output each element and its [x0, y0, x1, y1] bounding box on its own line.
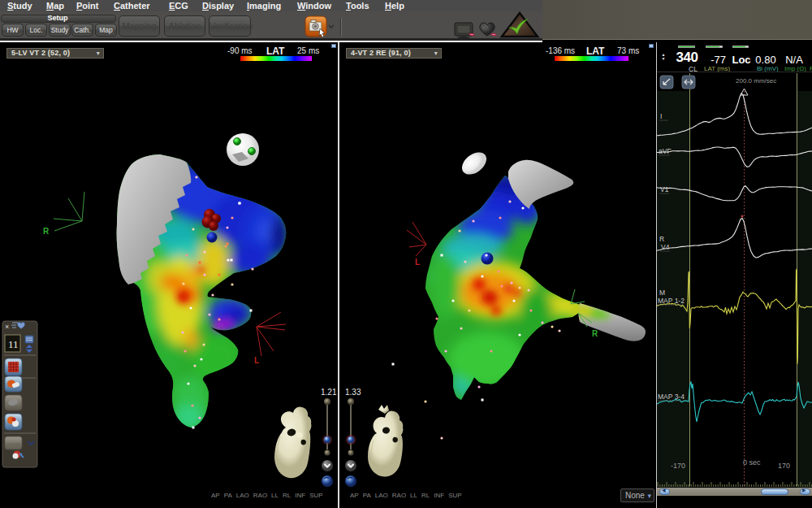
svg-text:R: R [592, 329, 598, 338]
svg-text:-170: -170 [671, 462, 685, 470]
svg-text:L: L [415, 258, 420, 267]
svg-text:V1: V1 [660, 185, 669, 193]
svg-text:11: 11 [8, 338, 19, 350]
svg-text:MAP 3-4: MAP 3-4 [658, 393, 685, 401]
svg-text:V4: V4 [661, 243, 670, 251]
svg-text:aVF: aVF [659, 147, 672, 155]
svg-text:R: R [659, 235, 664, 243]
svg-text:R: R [43, 227, 50, 236]
svg-text:×: × [5, 323, 9, 331]
svg-text:L: L [254, 356, 259, 365]
svg-text:1.33: 1.33 [345, 388, 361, 397]
svg-text:M: M [659, 289, 665, 297]
svg-text:170: 170 [778, 462, 790, 470]
svg-text:0 sec: 0 sec [743, 458, 761, 467]
svg-text:MAP 1-2: MAP 1-2 [658, 297, 685, 305]
svg-text:I: I [660, 112, 662, 120]
svg-text:1.21: 1.21 [321, 388, 337, 397]
svg-text:200.0 mm/sec: 200.0 mm/sec [736, 77, 776, 85]
